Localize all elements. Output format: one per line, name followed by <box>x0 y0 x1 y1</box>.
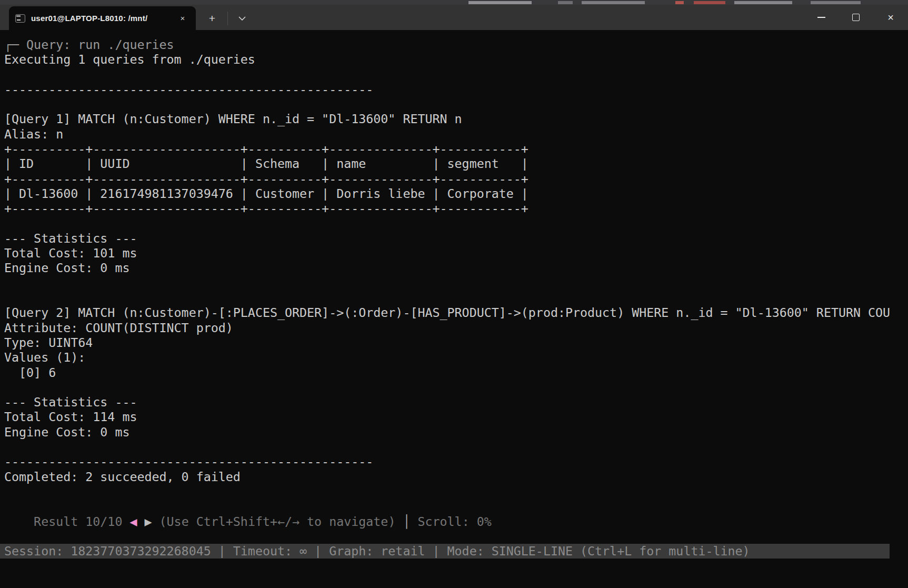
table-border-line: +----------+--------------------+-------… <box>0 172 908 186</box>
query1-text-line: [Query 1] MATCH (n:Customer) WHERE n._id… <box>0 112 908 126</box>
background-window-sliver <box>0 0 908 5</box>
statistics-heading: --- Statistics --- <box>0 395 908 410</box>
background-text-fragment <box>468 1 532 4</box>
separator-line: ----------------------------------------… <box>0 454 908 469</box>
terminal-line: Executing 1 queries from ./queries <box>0 52 908 67</box>
background-text-fragment <box>811 1 861 4</box>
command-prompt-icon <box>15 14 25 23</box>
attribute-line: Attribute: COUNT(DISTINCT prod) <box>0 321 908 335</box>
terminal-line <box>0 484 908 499</box>
type-line: Type: UINT64 <box>0 335 908 350</box>
query2-text-line: [Query 2] MATCH (n:Customer)-[:PLACES_OR… <box>0 305 908 320</box>
navigation-hint: (Use Ctrl+Shift+←/→ to navigate) <box>152 514 403 529</box>
previous-result-arrow-icon: ◀ <box>129 514 137 529</box>
new-tab-button[interactable]: + <box>203 9 221 27</box>
result-status-line: Result 10/10 ◀ ▶ (Use Ctrl+Shift+←/→ to … <box>0 499 908 544</box>
terminal-line <box>0 67 908 82</box>
tab-close-icon[interactable]: × <box>176 12 189 25</box>
terminal-line <box>0 440 908 454</box>
background-text-fragment <box>734 1 792 4</box>
scroll-indicator: Scroll: 0% <box>410 514 491 529</box>
separator-line: ----------------------------------------… <box>0 82 908 97</box>
tabbar-divider <box>227 12 228 25</box>
table-border-line: +----------+--------------------+-------… <box>0 142 908 156</box>
titlebar: user01@LAPTOP-L8010: /mnt/ × + × <box>0 5 908 30</box>
table-row: | Dl-13600 | 216174981137039476 | Custom… <box>0 186 908 201</box>
maximize-button[interactable] <box>839 5 873 30</box>
terminal-viewport: ┌─ Query: run ./queries Executing 1 quer… <box>0 30 908 588</box>
background-text-fragment <box>558 1 573 4</box>
maximize-icon <box>852 14 860 21</box>
terminal-tab[interactable]: user01@LAPTOP-L8010: /mnt/ × <box>9 6 196 30</box>
window-controls: × <box>804 5 908 30</box>
close-button[interactable]: × <box>873 5 908 30</box>
values-line: Values (1): <box>0 350 908 365</box>
terminal-line <box>0 291 908 305</box>
status-divider: │ <box>403 514 410 529</box>
terminal-line <box>0 559 908 573</box>
minimize-icon <box>817 17 825 18</box>
session-status-line: Session: 1823770373292268045 | Timeout: … <box>0 544 890 559</box>
result-counter: Result 10/10 <box>34 514 129 529</box>
engine-cost-line: Engine Cost: 0 ms <box>0 261 908 275</box>
query-header-line: ┌─ Query: run ./queries <box>0 37 908 52</box>
total-cost-line: Total Cost: 101 ms <box>0 246 908 261</box>
value-item-line: [0] 6 <box>0 365 908 380</box>
terminal-line <box>0 276 908 291</box>
table-header-line: | ID | UUID | Schema | name | segment | <box>0 156 908 171</box>
tab-title: user01@LAPTOP-L8010: /mnt/ <box>31 14 176 23</box>
engine-cost-line: Engine Cost: 0 ms <box>0 425 908 440</box>
prompt-line[interactable]: gql>>> │ Type your query here... (Ctrl+L… <box>0 574 908 588</box>
background-text-fragment <box>675 1 684 4</box>
next-result-arrow-icon: ▶ <box>145 514 152 529</box>
chevron-down-icon <box>238 16 246 21</box>
statistics-heading: --- Statistics --- <box>0 231 908 246</box>
arrow-gap <box>137 514 144 529</box>
terminal-line <box>0 380 908 395</box>
table-border-line: +----------+--------------------+-------… <box>0 201 908 216</box>
terminal-line <box>0 97 908 112</box>
completed-summary-line: Completed: 2 succeeded, 0 failed <box>0 470 908 484</box>
alias-line: Alias: n <box>0 127 908 142</box>
terminal-line <box>0 216 908 231</box>
tab-dropdown-button[interactable] <box>233 9 251 27</box>
minimize-button[interactable] <box>804 5 839 30</box>
background-text-fragment <box>694 1 725 4</box>
background-text-fragment <box>582 1 645 4</box>
total-cost-line: Total Cost: 114 ms <box>0 410 908 424</box>
